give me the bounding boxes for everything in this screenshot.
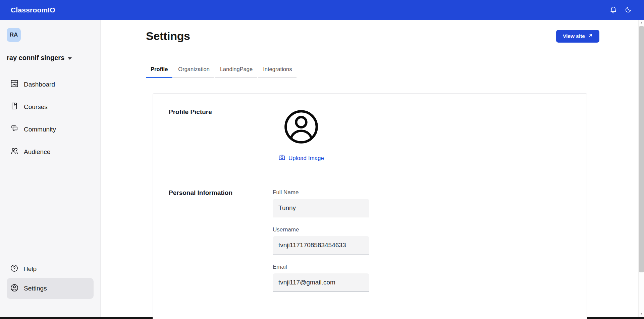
book-icon — [10, 102, 19, 112]
people-icon — [10, 147, 19, 157]
section-title: Profile Picture — [169, 108, 273, 163]
tab-organization[interactable]: Organization — [173, 64, 214, 78]
full-name-input[interactable] — [273, 199, 369, 217]
upload-image-button[interactable]: Upload Image — [278, 154, 324, 163]
scrollbar-thumb[interactable] — [639, 26, 644, 272]
settings-tabs: Profile Organization LandingPage Integra… — [146, 64, 599, 78]
sidebar-item-label: Help — [23, 265, 37, 273]
username-input[interactable] — [273, 236, 369, 255]
sidebar-item-label: Settings — [24, 285, 47, 292]
full-name-field-group: Full Name — [273, 189, 369, 217]
tab-integrations[interactable]: Integrations — [258, 64, 297, 78]
user-circle-icon — [10, 283, 19, 294]
sidebar-nav: Dashboard Courses Commun — [7, 75, 94, 161]
arrow-up-right-icon — [588, 33, 593, 39]
page-title: Settings — [146, 30, 190, 43]
sidebar-item-settings[interactable]: Settings — [7, 278, 94, 299]
topbar-icons — [609, 6, 632, 14]
sidebar-item-label: Dashboard — [24, 81, 55, 88]
email-input[interactable] — [273, 273, 369, 292]
profile-picture-section: Profile Picture — [169, 108, 577, 163]
sidebar-item-label: Audience — [24, 148, 50, 156]
scrollbar-down-arrow-icon[interactable]: ▼ — [639, 312, 644, 316]
personal-information-section: Personal Information Full Name Username … — [169, 177, 577, 301]
bell-icon[interactable] — [609, 6, 617, 14]
top-bar: ClassroomIO — [0, 0, 644, 20]
user-circle-icon — [283, 108, 320, 145]
sidebar-item-audience[interactable]: Audience — [7, 143, 94, 161]
sidebar-item-courses[interactable]: Courses — [7, 98, 94, 116]
org-switcher[interactable]: ray connif singers — [7, 54, 94, 62]
username-label: Username — [273, 226, 369, 233]
full-name-label: Full Name — [273, 189, 369, 196]
sidebar-item-label: Courses — [24, 103, 48, 111]
classroomio-logo[interactable]: ClassroomIO — [11, 6, 55, 14]
help-circle-icon — [10, 264, 18, 274]
chevron-down-icon — [68, 57, 72, 60]
email-field-group: Email — [273, 264, 369, 292]
sidebar-item-community[interactable]: Community — [7, 120, 94, 139]
username-field-group: Username — [273, 226, 369, 255]
org-name: ray connif singers — [7, 54, 64, 62]
tab-landingpage[interactable]: LandingPage — [215, 64, 257, 78]
vertical-scrollbar[interactable]: ▲ ▼ — [638, 20, 644, 317]
main-content: Settings View site Profile Organization … — [101, 20, 644, 317]
avatar[interactable]: RA — [7, 28, 21, 42]
sidebar-item-dashboard[interactable]: Dashboard — [7, 75, 94, 94]
chat-bubbles-icon — [10, 124, 19, 135]
email-label: Email — [273, 264, 369, 270]
sidebar-item-help[interactable]: Help — [7, 260, 94, 278]
profile-card: Profile Picture — [153, 93, 587, 319]
camera-icon — [278, 154, 285, 163]
sidebar-item-label: Community — [24, 126, 56, 133]
sidebar: RA ray connif singers Da — [0, 20, 101, 317]
view-site-button[interactable]: View site — [556, 30, 599, 43]
scrollbar-up-arrow-icon[interactable]: ▲ — [639, 20, 644, 25]
moon-icon[interactable] — [625, 6, 632, 13]
dashboard-icon — [10, 79, 19, 90]
section-title: Personal Information — [169, 189, 273, 301]
tab-profile[interactable]: Profile — [146, 64, 172, 78]
